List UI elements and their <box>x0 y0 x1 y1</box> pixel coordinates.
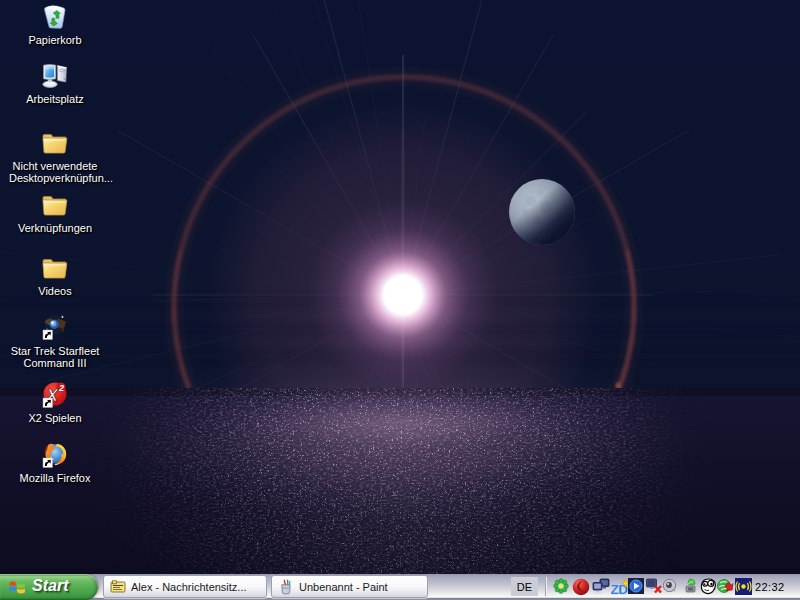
svg-text:2: 2 <box>58 383 64 393</box>
